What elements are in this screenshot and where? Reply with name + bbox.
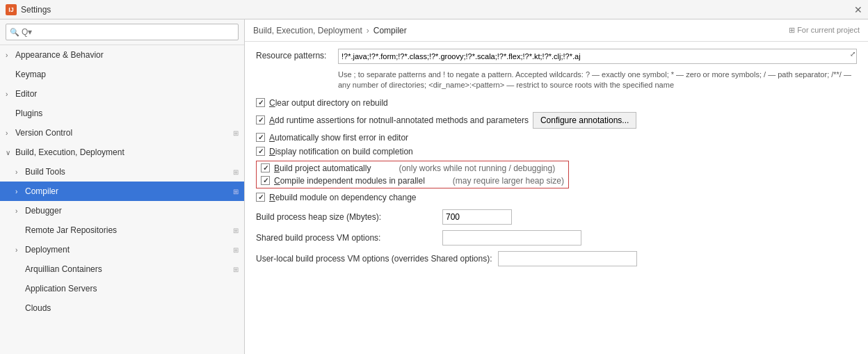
sidebar-tree: › Appearance & Behavior Keymap › Editor …	[0, 45, 244, 354]
highlighted-option-compile-parallel: Compile independent modules in parallel …	[261, 176, 564, 186]
sidebar-item-label: Debugger	[25, 206, 239, 216]
sidebar-item-label: Build Tools	[25, 167, 230, 177]
sidebar-item-build-tools[interactable]: › Build Tools ⊞	[0, 162, 244, 182]
runtime-assertions-checkbox[interactable]	[256, 115, 265, 124]
show-first-error-checkbox[interactable]	[256, 133, 265, 142]
main-content: 🔍 › Appearance & Behavior Keymap ›	[0, 19, 868, 354]
settings-icon: ⊞	[233, 246, 239, 254]
sidebar-item-label: Deployment	[25, 245, 230, 255]
highlighted-option-build-auto: Build project automatically (only works …	[261, 163, 564, 173]
sidebar-item-build-execution[interactable]: ∨ Build, Execution, Deployment	[0, 143, 244, 162]
sidebar-item-appearance[interactable]: › Appearance & Behavior	[0, 45, 244, 65]
display-notification-label: Display notification on build completion	[269, 147, 413, 156]
settings-icon: ⊞	[233, 266, 239, 273]
title-bar: IJ Settings ✕	[0, 0, 868, 19]
compile-parallel-checkbox[interactable]	[261, 176, 270, 185]
resource-input-wrap: ⤢	[338, 49, 857, 64]
close-button[interactable]: ✕	[854, 4, 862, 15]
resource-patterns-input[interactable]	[338, 49, 857, 64]
sync-icon: ⊞	[233, 129, 239, 137]
arrow-icon: ›	[15, 168, 25, 176]
resource-patterns-label: Resource patterns:	[256, 49, 332, 61]
sidebar-item-debugger[interactable]: › Debugger	[0, 201, 244, 220]
sidebar-item-label: Editor	[15, 89, 239, 99]
sidebar-item-label: Version Control	[15, 128, 230, 138]
main-panel: Build, Execution, Deployment › Compiler …	[245, 19, 868, 354]
resource-hint: Use ; to separate patterns and ! to nega…	[338, 70, 857, 91]
arrow-icon: ›	[6, 90, 15, 98]
option-display-notification: Display notification on build completion	[256, 147, 857, 156]
breadcrumb-separator: ›	[367, 26, 369, 35]
configure-annotations-button[interactable]: Configure annotations...	[533, 112, 636, 129]
build-auto-label: Build project automatically	[274, 163, 371, 173]
sidebar-item-version-control[interactable]: › Version Control ⊞	[0, 123, 244, 143]
sidebar-item-label: Build, Execution, Deployment	[15, 147, 239, 157]
sidebar-item-app-servers[interactable]: Application Servers	[0, 279, 244, 298]
shared-vm-label: Shared build process VM options:	[256, 233, 437, 243]
arrow-icon: ›	[15, 188, 25, 195]
heap-size-input[interactable]	[442, 209, 512, 225]
user-local-vm-label: User-local build process VM options (ove…	[256, 254, 492, 264]
sidebar-item-label: Appearance & Behavior	[15, 50, 239, 60]
app-icon: IJ	[6, 4, 17, 15]
clear-output-label: Clear output directory on rebuild	[269, 98, 388, 108]
sidebar-item-editor[interactable]: › Editor	[0, 84, 244, 104]
sidebar-item-deployment[interactable]: › Deployment ⊞	[0, 240, 244, 259]
breadcrumb-parent: Build, Execution, Deployment	[253, 26, 362, 35]
heap-size-label: Build process heap size (Mbytes):	[256, 212, 437, 222]
sidebar-item-clouds[interactable]: Clouds	[0, 298, 244, 318]
search-icon: 🔍	[10, 28, 19, 37]
expand-icon[interactable]: ⤢	[850, 50, 855, 58]
shared-vm-row: Shared build process VM options:	[256, 230, 857, 246]
display-notification-checkbox[interactable]	[256, 147, 265, 156]
sidebar-item-label: Keymap	[15, 70, 239, 79]
breadcrumb: Build, Execution, Deployment › Compiler …	[245, 19, 868, 42]
rebuild-module-label: Rebuild module on dependency change	[269, 193, 417, 202]
panel-content: Resource patterns: ⤢ Use ; to separate p…	[245, 42, 868, 354]
title-bar-text: Settings	[21, 5, 850, 15]
sidebar-item-label: Arquillian Containers	[25, 264, 230, 274]
arrow-icon: ∨	[6, 149, 15, 156]
sidebar-item-arquillian[interactable]: Arquillian Containers ⊞	[0, 259, 244, 279]
runtime-assertions-label: Add runtime assertions for notnull-annot…	[269, 115, 529, 125]
sidebar-item-keymap[interactable]: Keymap	[0, 65, 244, 84]
sidebar-item-label: Plugins	[15, 108, 239, 118]
build-auto-note: (only works while not running / debuggin…	[399, 163, 555, 173]
search-box: 🔍	[0, 19, 244, 45]
resource-patterns-row: Resource patterns: ⤢	[256, 49, 857, 64]
arrow-icon: ›	[6, 129, 15, 137]
sidebar-item-remote-jar[interactable]: Remote Jar Repositories ⊞	[0, 220, 244, 240]
search-input[interactable]	[6, 24, 239, 40]
option-show-first-error: Automatically show first error in editor	[256, 133, 857, 143]
dialog: 🔍 › Appearance & Behavior Keymap ›	[0, 19, 868, 354]
arrow-icon: ›	[15, 246, 25, 254]
sidebar-item-label: Remote Jar Repositories	[25, 225, 230, 235]
breadcrumb-current: Compiler	[373, 26, 407, 35]
build-auto-checkbox[interactable]	[261, 163, 270, 172]
arrow-icon: ›	[15, 207, 25, 215]
user-local-vm-row: User-local build process VM options (ove…	[256, 251, 857, 266]
sidebar-item-label: Clouds	[25, 303, 239, 313]
sidebar-item-label: Compiler	[25, 186, 230, 196]
user-local-vm-input[interactable]	[498, 251, 637, 266]
settings-icon: ⊞	[233, 168, 239, 176]
sidebar: 🔍 › Appearance & Behavior Keymap ›	[0, 19, 245, 354]
show-first-error-label: Automatically show first error in editor	[269, 133, 408, 143]
option-clear-output: Clear output directory on rebuild	[256, 98, 857, 108]
sidebar-item-label: Application Servers	[25, 284, 239, 293]
compile-parallel-label: Compile independent modules in parallel	[274, 176, 425, 186]
for-current-project[interactable]: ⊞ For current project	[789, 26, 860, 35]
option-rebuild-module: Rebuild module on dependency change	[256, 193, 857, 202]
clear-output-checkbox[interactable]	[256, 98, 265, 107]
settings-icon: ⊞	[233, 227, 239, 234]
shared-vm-input[interactable]	[442, 230, 581, 246]
option-runtime-assertions: Add runtime assertions for notnull-annot…	[256, 112, 857, 129]
rebuild-module-checkbox[interactable]	[256, 193, 265, 202]
settings-icon: ⊞	[233, 188, 239, 195]
sidebar-item-compiler[interactable]: › Compiler ⊞	[0, 182, 244, 201]
compile-parallel-note: (may require larger heap size)	[453, 176, 564, 186]
heap-size-row: Build process heap size (Mbytes):	[256, 209, 857, 225]
sidebar-item-plugins[interactable]: Plugins	[0, 104, 244, 123]
arrow-icon: ›	[6, 51, 15, 59]
